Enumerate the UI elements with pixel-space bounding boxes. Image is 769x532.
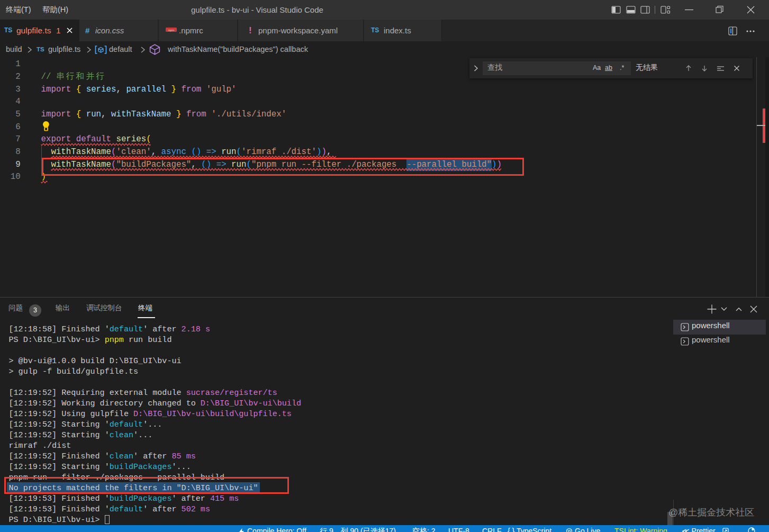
svg-text:npm: npm — [168, 29, 175, 32]
